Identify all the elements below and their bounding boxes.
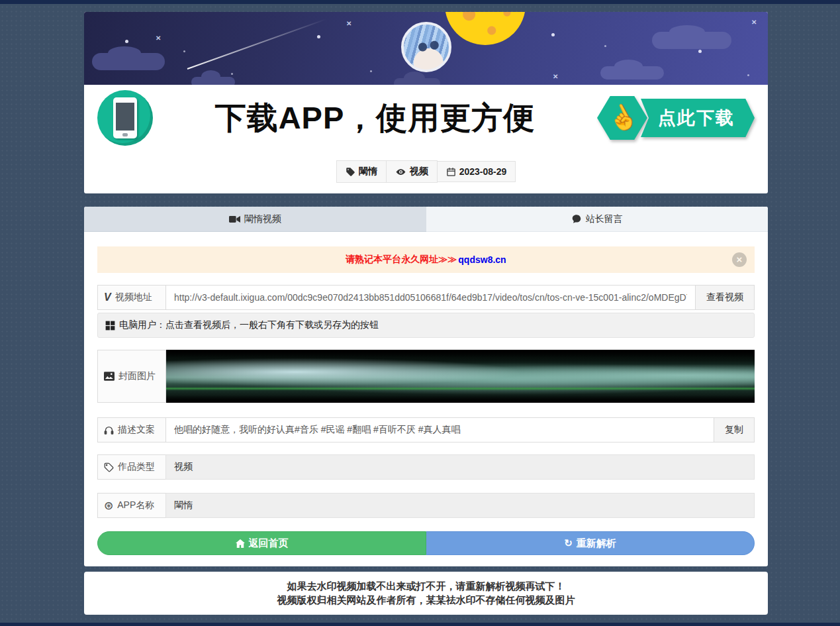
download-banner-title: 下载APP，使用更方便 [153, 97, 597, 139]
back-home-button[interactable]: 返回首页 [97, 531, 426, 555]
video-camera-icon [229, 215, 240, 224]
comment-icon [571, 214, 582, 224]
image-icon [104, 372, 115, 381]
calendar-icon [446, 167, 456, 177]
header-card: ✕ ✕ ✕ ✕ 下载APP，使用更方便 ☝ 点此下载 閳惰 [84, 12, 768, 193]
work-type-label: 作品类型 [118, 461, 155, 473]
footer-line-2: 视频版权归相关网站及作者所有，某某祛水印不存储任何视频及图片 [84, 593, 768, 607]
cloud-illustration [652, 32, 731, 49]
copy-button[interactable]: 复制 [714, 417, 755, 443]
work-type-value: 视频 [165, 454, 755, 480]
action-buttons-row: 返回首页 ↻ 重新解析 [97, 531, 755, 555]
star-cross: ✕ [156, 34, 161, 42]
star-cross: ✕ [751, 19, 757, 26]
tab-video[interactable]: 閳惰视频 [84, 207, 426, 232]
headphones-icon [104, 425, 114, 435]
tab-webmaster-label: 站长留言 [586, 213, 623, 225]
star-cross: ✕ [346, 20, 351, 27]
back-home-label: 返回首页 [249, 537, 289, 550]
star-dot [317, 35, 320, 38]
download-now-button[interactable]: ☝ 点此下载 [597, 96, 755, 140]
download-now-label[interactable]: 点此下载 [641, 99, 755, 137]
star-dot [551, 33, 555, 36]
cloud-illustration [394, 78, 440, 85]
footer-card: 如果去水印视频加载不出来或打不开，请重新解析视频再试下！ 视频版权归相关网站及作… [84, 572, 768, 615]
star-dot [125, 40, 128, 43]
star-dot [747, 74, 749, 76]
star-cross: ✕ [553, 73, 558, 80]
tag-outline-icon [104, 462, 114, 472]
app-name-value: 閳惰 [165, 493, 755, 518]
star-dot [183, 50, 185, 52]
type-tag-badge: 视频 [386, 160, 438, 183]
type-tag-label: 视频 [410, 166, 428, 178]
view-video-button[interactable]: 查看视频 [695, 285, 755, 310]
description-row: 描述文案 他唱的好随意，我听的好认真#音乐 #民谣 #翻唱 #百听不厌 #真人真… [97, 417, 755, 443]
description-value: 他唱的好随意，我听的好认真#音乐 #民谣 #翻唱 #百听不厌 #真人真唱 [165, 417, 714, 443]
eye-icon [395, 167, 406, 177]
app-name-label: APP名称 [117, 499, 154, 511]
description-label-cell: 描述文案 [97, 417, 166, 443]
home-icon [236, 539, 245, 548]
tag-icon [346, 167, 355, 177]
video-url-label-cell: V 视频地址 [97, 285, 166, 310]
top-edge-strip [0, 0, 840, 4]
star-dot [604, 45, 606, 47]
app-tag-label: 閳惰 [359, 166, 377, 178]
description-label: 描述文案 [118, 424, 155, 436]
notice-text: 请熟记本平台永久网址≫≫ [346, 254, 457, 266]
refresh-icon: ↻ [564, 537, 573, 549]
star-dot [370, 70, 372, 72]
app-name-row: ⊛ APP名称 閳惰 [97, 493, 755, 518]
video-url-value-cell [165, 285, 696, 310]
permanent-url-notice: 请熟记本平台永久网址≫≫ qqdsw8.cn × [97, 246, 755, 273]
video-url-row: V 视频地址 查看视频 [97, 285, 755, 310]
moon-illustration [445, 12, 526, 45]
pointing-hand-icon: ☝ [597, 96, 647, 140]
star-dot [231, 73, 233, 75]
tab-webmaster-message[interactable]: 站长留言 [426, 207, 769, 232]
meta-tags-row: 閳惰 视频 2023-08-29 [84, 151, 768, 193]
tab-video-label: 閳惰视频 [244, 213, 281, 225]
star-dot [698, 50, 702, 53]
cover-label: 封面图片 [118, 370, 156, 382]
cloud-illustration [600, 66, 664, 79]
video-url-label: 视频地址 [115, 291, 152, 303]
date-tag-badge: 2023-08-29 [437, 161, 516, 182]
notice-domain-link[interactable]: qqdsw8.cn [458, 254, 506, 265]
phone-icon [97, 90, 153, 146]
cover-image-row: 封面图片 [97, 350, 755, 403]
download-app-banner[interactable]: 下载APP，使用更方便 ☝ 点此下载 [84, 85, 768, 151]
bottom-edge-strip [0, 623, 840, 626]
circled-asterisk-icon: ⊛ [104, 500, 113, 511]
shooting-star [187, 19, 327, 70]
video-url-input[interactable] [174, 292, 687, 303]
app-tag-badge: 閳惰 [336, 160, 387, 183]
pc-user-hint: 电脑用户：点击查看视频后，一般右下角有下载或另存为的按钮 [97, 313, 755, 338]
tab-bar: 閳惰视频 站长留言 [84, 207, 768, 232]
date-tag-label: 2023-08-29 [459, 166, 507, 177]
content-column: ✕ ✕ ✕ ✕ 下载APP，使用更方便 ☝ 点此下载 閳惰 [84, 12, 768, 615]
cover-label-cell: 封面图片 [97, 350, 166, 403]
reparse-button[interactable]: ↻ 重新解析 [426, 531, 755, 555]
cloud-illustration [191, 77, 235, 85]
cloud-illustration [92, 53, 165, 70]
work-type-row: 作品类型 视频 [97, 454, 755, 480]
main-panel: 閳惰视频 站长留言 请熟记本平台永久网址≫≫ qqdsw8.cn × V 视频地… [84, 207, 768, 566]
windows-icon [105, 321, 115, 331]
close-icon[interactable]: × [732, 252, 747, 267]
app-name-label-cell: ⊛ APP名称 [97, 493, 166, 518]
pc-user-hint-text: 电脑用户：点击查看视频后，一般右下角有下载或另存为的按钮 [119, 319, 379, 331]
night-sky-banner: ✕ ✕ ✕ ✕ [84, 12, 768, 85]
vimeo-v-icon: V [104, 291, 111, 303]
cover-image [166, 350, 755, 403]
work-type-label-cell: 作品类型 [97, 454, 166, 480]
avatar[interactable] [401, 22, 451, 72]
reparse-label: 重新解析 [577, 537, 616, 550]
footer-line-1: 如果去水印视频加载不出来或打不开，请重新解析视频再试下！ [84, 579, 768, 593]
